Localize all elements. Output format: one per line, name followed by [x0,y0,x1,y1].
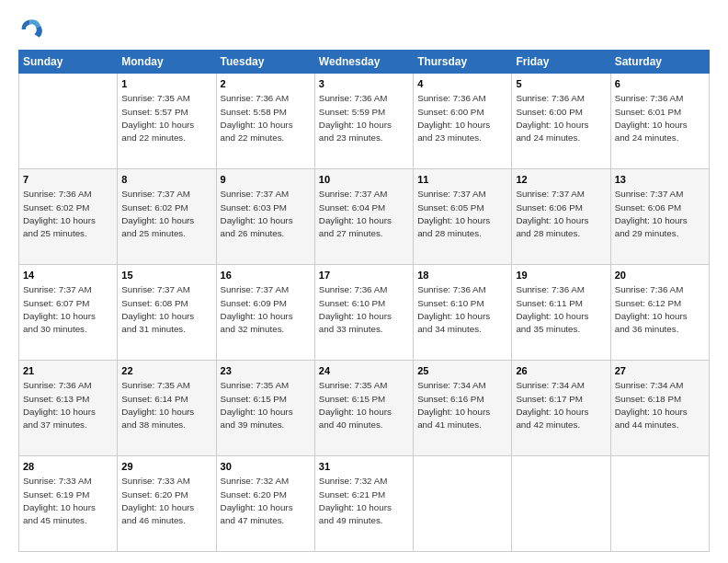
day-info: Sunrise: 7:36 AM Sunset: 6:10 PM Dayligh… [417,283,507,336]
day-number: 14 [23,269,113,282]
day-cell: 9Sunrise: 7:37 AM Sunset: 6:03 PM Daylig… [216,169,314,265]
day-number: 19 [516,269,606,282]
day-cell: 28Sunrise: 7:33 AM Sunset: 6:19 PM Dayli… [19,456,118,552]
day-info: Sunrise: 7:37 AM Sunset: 6:06 PM Dayligh… [516,188,606,240]
day-number: 17 [319,269,409,282]
day-cell: 27Sunrise: 7:34 AM Sunset: 6:18 PM Dayli… [610,361,709,456]
day-cell: 24Sunrise: 7:35 AM Sunset: 6:15 PM Dayli… [314,361,413,456]
day-cell: 11Sunrise: 7:37 AM Sunset: 6:05 PM Dayli… [414,169,512,265]
day-number: 12 [516,173,606,187]
week-row-1: 7Sunrise: 7:36 AM Sunset: 6:02 PM Daylig… [19,169,710,265]
calendar-header: SundayMondayTuesdayWednesdayThursdayFrid… [19,51,710,74]
day-info: Sunrise: 7:36 AM Sunset: 5:58 PM Dayligh… [221,92,311,144]
day-cell [610,456,709,552]
day-cell: 2Sunrise: 7:36 AM Sunset: 5:58 PM Daylig… [216,74,314,169]
day-cell: 1Sunrise: 7:35 AM Sunset: 5:57 PM Daylig… [118,74,216,169]
header-row: SundayMondayTuesdayWednesdayThursdayFrid… [19,51,710,74]
day-info: Sunrise: 7:37 AM Sunset: 6:05 PM Dayligh… [417,188,507,240]
day-info: Sunrise: 7:37 AM Sunset: 6:06 PM Dayligh… [615,188,705,240]
day-cell: 29Sunrise: 7:33 AM Sunset: 6:20 PM Dayli… [118,456,216,552]
day-number: 24 [319,364,409,378]
header-day-tuesday: Tuesday [216,51,314,74]
day-number: 28 [23,460,113,474]
day-info: Sunrise: 7:34 AM Sunset: 6:17 PM Dayligh… [516,379,606,431]
day-cell [414,456,512,552]
calendar-table: SundayMondayTuesdayWednesdayThursdayFrid… [18,50,710,552]
day-cell: 21Sunrise: 7:36 AM Sunset: 6:13 PM Dayli… [19,361,118,456]
day-number: 27 [615,364,705,378]
day-number: 30 [221,460,311,474]
header [18,17,710,42]
day-number: 21 [23,364,113,378]
day-cell: 15Sunrise: 7:37 AM Sunset: 6:08 PM Dayli… [118,265,216,361]
day-cell: 19Sunrise: 7:36 AM Sunset: 6:11 PM Dayli… [512,265,610,361]
day-number: 26 [516,364,606,378]
day-number: 16 [221,269,311,282]
day-cell: 25Sunrise: 7:34 AM Sunset: 6:16 PM Dayli… [414,361,512,456]
logo-icon [18,17,44,42]
day-number: 11 [417,173,507,187]
day-info: Sunrise: 7:33 AM Sunset: 6:19 PM Dayligh… [23,475,113,527]
week-row-3: 21Sunrise: 7:36 AM Sunset: 6:13 PM Dayli… [19,361,710,456]
day-number: 6 [615,77,705,91]
day-info: Sunrise: 7:36 AM Sunset: 6:13 PM Dayligh… [23,379,113,431]
day-number: 3 [319,77,409,91]
day-info: Sunrise: 7:32 AM Sunset: 6:20 PM Dayligh… [221,475,311,527]
day-cell: 12Sunrise: 7:37 AM Sunset: 6:06 PM Dayli… [512,169,610,265]
day-cell: 20Sunrise: 7:36 AM Sunset: 6:12 PM Dayli… [610,265,709,361]
day-cell: 13Sunrise: 7:37 AM Sunset: 6:06 PM Dayli… [610,169,709,265]
day-number: 29 [121,460,211,474]
header-day-thursday: Thursday [414,51,512,74]
day-cell: 3Sunrise: 7:36 AM Sunset: 5:59 PM Daylig… [314,74,413,169]
day-info: Sunrise: 7:37 AM Sunset: 6:07 PM Dayligh… [23,283,113,336]
logo [18,17,48,42]
day-cell [512,456,610,552]
day-cell: 4Sunrise: 7:36 AM Sunset: 6:00 PM Daylig… [414,74,512,169]
day-cell: 16Sunrise: 7:37 AM Sunset: 6:09 PM Dayli… [216,265,314,361]
header-day-friday: Friday [512,51,610,74]
day-info: Sunrise: 7:37 AM Sunset: 6:08 PM Dayligh… [121,283,211,336]
day-info: Sunrise: 7:33 AM Sunset: 6:20 PM Dayligh… [121,475,211,527]
day-cell: 10Sunrise: 7:37 AM Sunset: 6:04 PM Dayli… [314,169,413,265]
day-info: Sunrise: 7:37 AM Sunset: 6:02 PM Dayligh… [121,188,211,240]
day-cell: 30Sunrise: 7:32 AM Sunset: 6:20 PM Dayli… [216,456,314,552]
day-cell [19,74,118,169]
day-info: Sunrise: 7:32 AM Sunset: 6:21 PM Dayligh… [319,475,409,527]
day-cell: 6Sunrise: 7:36 AM Sunset: 6:01 PM Daylig… [610,74,709,169]
day-number: 10 [319,173,409,187]
day-info: Sunrise: 7:36 AM Sunset: 6:11 PM Dayligh… [516,283,606,336]
day-info: Sunrise: 7:36 AM Sunset: 6:12 PM Dayligh… [615,283,705,336]
day-number: 9 [221,173,311,187]
day-cell: 8Sunrise: 7:37 AM Sunset: 6:02 PM Daylig… [118,169,216,265]
day-number: 22 [121,364,211,378]
day-number: 31 [319,460,409,474]
calendar-body: 1Sunrise: 7:35 AM Sunset: 5:57 PM Daylig… [19,74,710,552]
header-day-saturday: Saturday [610,51,709,74]
day-number: 20 [615,269,705,282]
header-day-wednesday: Wednesday [314,51,413,74]
day-number: 15 [121,269,211,282]
day-cell: 26Sunrise: 7:34 AM Sunset: 6:17 PM Dayli… [512,361,610,456]
day-cell: 7Sunrise: 7:36 AM Sunset: 6:02 PM Daylig… [19,169,118,265]
day-number: 5 [516,77,606,91]
day-info: Sunrise: 7:37 AM Sunset: 6:03 PM Dayligh… [221,188,311,240]
day-info: Sunrise: 7:36 AM Sunset: 6:00 PM Dayligh… [417,92,507,144]
day-cell: 31Sunrise: 7:32 AM Sunset: 6:21 PM Dayli… [314,456,413,552]
day-info: Sunrise: 7:34 AM Sunset: 6:16 PM Dayligh… [417,379,507,431]
day-cell: 17Sunrise: 7:36 AM Sunset: 6:10 PM Dayli… [314,265,413,361]
day-info: Sunrise: 7:36 AM Sunset: 6:10 PM Dayligh… [319,283,409,336]
day-info: Sunrise: 7:34 AM Sunset: 6:18 PM Dayligh… [615,379,705,431]
day-info: Sunrise: 7:37 AM Sunset: 6:04 PM Dayligh… [319,188,409,240]
day-cell: 18Sunrise: 7:36 AM Sunset: 6:10 PM Dayli… [414,265,512,361]
day-cell: 14Sunrise: 7:37 AM Sunset: 6:07 PM Dayli… [19,265,118,361]
day-number: 4 [417,77,507,91]
day-info: Sunrise: 7:35 AM Sunset: 6:15 PM Dayligh… [221,379,311,431]
day-number: 13 [615,173,705,187]
day-number: 8 [121,173,211,187]
day-cell: 5Sunrise: 7:36 AM Sunset: 6:00 PM Daylig… [512,74,610,169]
day-number: 7 [23,173,113,187]
day-number: 2 [221,77,311,91]
header-day-monday: Monday [118,51,216,74]
page: SundayMondayTuesdayWednesdayThursdayFrid… [0,0,728,563]
week-row-2: 14Sunrise: 7:37 AM Sunset: 6:07 PM Dayli… [19,265,710,361]
